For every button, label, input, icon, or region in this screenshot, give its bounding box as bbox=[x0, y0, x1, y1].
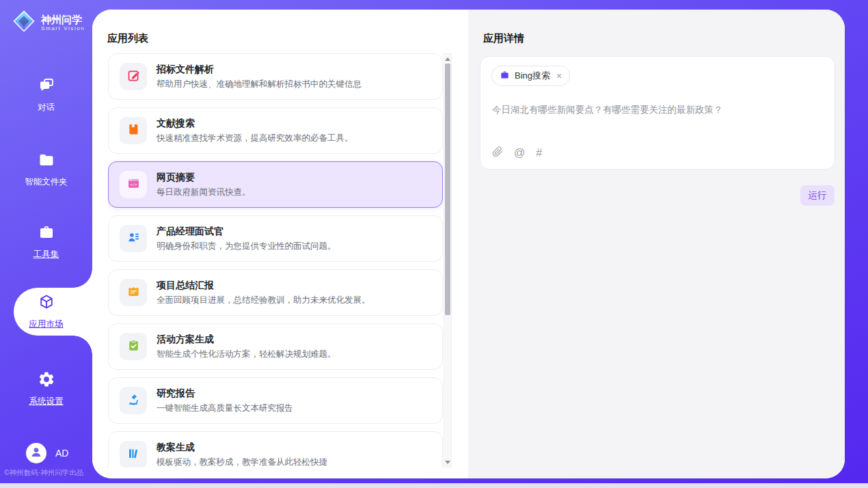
brand-subtitle: Smart Vision bbox=[41, 25, 85, 31]
app-description: 快速精准查找学术资源，提高研究效率的必备工具。 bbox=[157, 133, 353, 144]
app-description: 模板驱动，教案秒成，教学准备从此轻松快捷 bbox=[157, 457, 327, 468]
chat-icon bbox=[38, 77, 55, 97]
app-card[interactable]: 产品经理面试官明确身份和职责，为您提供专业性的面试问题。 bbox=[108, 215, 443, 262]
hash-icon[interactable]: # bbox=[536, 148, 542, 159]
app-icon-tile bbox=[120, 225, 147, 252]
app-detail-title: 应用详情 bbox=[483, 32, 524, 45]
app-card[interactable]: 文献搜索快速精准查找学术资源，提高研究效率的必备工具。 bbox=[108, 107, 443, 154]
person-icon bbox=[29, 445, 43, 461]
app-description: 明确身份和职责，为您提供专业性的面试问题。 bbox=[157, 241, 336, 252]
research-icon bbox=[126, 392, 141, 409]
app-name: 产品经理面试官 bbox=[157, 226, 336, 238]
gear-icon bbox=[38, 370, 55, 391]
edit-doc-icon bbox=[126, 68, 141, 85]
app-detail-pane: 应用详情 Bing搜索 × 今日湖北有哪些新闻要点？有哪些需要关注的最新政策？ bbox=[468, 10, 845, 478]
sidebar-item-chat[interactable]: 对话 bbox=[0, 77, 92, 113]
app-description: 智能生成个性化活动方案，轻松解决规划难题。 bbox=[157, 349, 336, 360]
sidebar-item-cube[interactable]: 应用市场 bbox=[0, 293, 92, 330]
brand-name: 神州问学 bbox=[41, 14, 85, 25]
app-list-pane: 应用列表 招标文件解析帮助用户快速、准确地理解和解析招标书中的关键信息 文献搜索… bbox=[92, 10, 468, 478]
app-icon-tile bbox=[120, 387, 147, 414]
app-name: 教案生成 bbox=[157, 442, 327, 454]
app-card[interactable]: 研究报告一键智能生成高质量长文本研究报告 bbox=[108, 377, 443, 424]
sidebar-item-label: 应用市场 bbox=[29, 318, 64, 330]
tool-tag-label: Bing搜索 bbox=[515, 70, 550, 82]
app-card[interactable]: </> 网页摘要每日政府新闻资讯快查。 bbox=[108, 161, 443, 208]
app-list: 招标文件解析帮助用户快速、准确地理解和解析招标书中的关键信息 文献搜索快速精准查… bbox=[108, 53, 443, 467]
folder-icon bbox=[38, 151, 55, 172]
app-description: 每日政府新闻资讯快查。 bbox=[157, 187, 251, 198]
sidebar-item-gear[interactable]: 系统设置 bbox=[0, 370, 92, 407]
sidebar-item-label: 系统设置 bbox=[29, 396, 64, 407]
app-name: 活动方案生成 bbox=[157, 334, 336, 346]
app-list-title: 应用列表 bbox=[107, 32, 148, 45]
prompt-text: 今日湖北有哪些新闻要点？有哪些需要关注的最新政策？ bbox=[492, 103, 821, 116]
webpage-code-icon: </> bbox=[126, 176, 141, 193]
bottom-edge bbox=[0, 483, 868, 488]
scroll-down-arrow-icon[interactable] bbox=[444, 458, 451, 466]
sidebar-item-toolbox[interactable]: 工具集 bbox=[0, 223, 92, 260]
app-icon-tile: </> bbox=[120, 171, 147, 198]
cube-icon bbox=[38, 293, 55, 314]
app-icon-tile bbox=[120, 441, 147, 467]
prompt-toolbar: @ # bbox=[492, 146, 542, 159]
app-name: 网页摘要 bbox=[157, 172, 251, 184]
toolbox-icon bbox=[38, 223, 55, 244]
avatar bbox=[26, 443, 46, 463]
app-list-scrollbar[interactable] bbox=[444, 53, 452, 467]
user-menu[interactable]: AD bbox=[26, 443, 68, 463]
app-card[interactable]: 招标文件解析帮助用户快速、准确地理解和解析招标书中的关键信息 bbox=[108, 53, 443, 100]
paperclip-icon[interactable] bbox=[492, 146, 503, 159]
app-card[interactable]: 项目总结汇报全面回顾项目进展，总结经验教训，助力未来优化发展。 bbox=[108, 269, 443, 316]
app-name: 招标文件解析 bbox=[157, 64, 362, 76]
calendar-icon bbox=[126, 284, 141, 301]
sidebar: 神州问学 Smart Vision 对话 智能文件夹 工具集 应用市场 系统设置… bbox=[0, 0, 92, 488]
app-icon-tile bbox=[120, 63, 147, 90]
sidebar-item-label: 工具集 bbox=[33, 249, 59, 260]
app-card[interactable]: 活动方案生成智能生成个性化活动方案，轻松解决规划难题。 bbox=[108, 323, 443, 370]
app-description: 一键智能生成高质量长文本研究报告 bbox=[157, 403, 293, 414]
at-icon[interactable]: @ bbox=[514, 148, 525, 159]
interview-icon bbox=[126, 230, 141, 247]
close-icon[interactable]: × bbox=[556, 71, 562, 81]
app-icon-tile bbox=[120, 279, 147, 306]
briefcase-icon bbox=[500, 70, 510, 83]
app-name: 文献搜索 bbox=[157, 118, 353, 130]
sidebar-item-label: 智能文件夹 bbox=[25, 176, 68, 188]
app-name: 研究报告 bbox=[157, 388, 293, 400]
tool-tag-bing[interactable]: Bing搜索 × bbox=[491, 66, 570, 86]
clipboard-check-icon bbox=[126, 338, 141, 355]
sidebar-item-folder[interactable]: 智能文件夹 bbox=[0, 151, 92, 188]
sidebar-item-label: 对话 bbox=[38, 102, 55, 113]
app-description: 全面回顾项目进展，总结经验教训，助力未来优化发展。 bbox=[157, 295, 370, 306]
scrollbar-thumb[interactable] bbox=[445, 64, 450, 315]
app-icon-tile bbox=[120, 117, 147, 144]
app-icon-tile bbox=[120, 333, 147, 360]
books-icon bbox=[126, 446, 141, 463]
scroll-up-arrow-icon[interactable] bbox=[444, 55, 451, 63]
app-card[interactable]: 教案生成模板驱动，教案秒成，教学准备从此轻松快捷 bbox=[108, 431, 443, 467]
prompt-input[interactable]: Bing搜索 × 今日湖北有哪些新闻要点？有哪些需要关注的最新政策？ @ # bbox=[480, 56, 835, 170]
main-content: 应用列表 招标文件解析帮助用户快速、准确地理解和解析招标书中的关键信息 文献搜索… bbox=[92, 10, 845, 478]
svg-text:</>: </> bbox=[130, 182, 137, 186]
book-icon bbox=[126, 122, 141, 139]
run-button[interactable]: 运行 bbox=[800, 185, 835, 206]
sidebar-footer: ©神州数码·神州问学出品 bbox=[4, 468, 92, 478]
brand-logo: 神州问学 Smart Vision bbox=[12, 10, 85, 36]
app-description: 帮助用户快速、准确地理解和解析招标书中的关键信息 bbox=[157, 79, 362, 90]
user-name: AD bbox=[55, 448, 68, 459]
diamond-logo-icon bbox=[12, 10, 36, 36]
app-name: 项目总结汇报 bbox=[157, 280, 370, 292]
